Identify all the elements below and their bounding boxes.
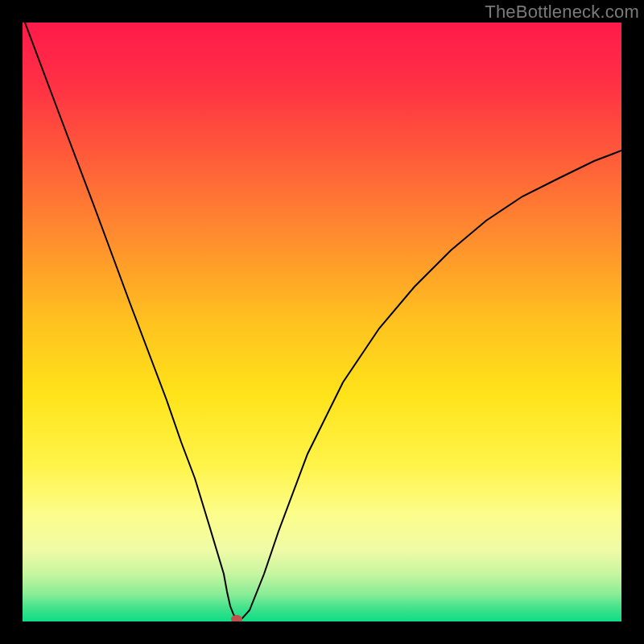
bottleneck-curve — [25, 23, 621, 620]
min-point-marker — [231, 615, 242, 621]
plot-area — [23, 23, 621, 621]
watermark-text: TheBottleneck.com — [485, 2, 639, 23]
chart-frame: TheBottleneck.com — [0, 0, 644, 644]
curve-layer — [23, 23, 621, 621]
